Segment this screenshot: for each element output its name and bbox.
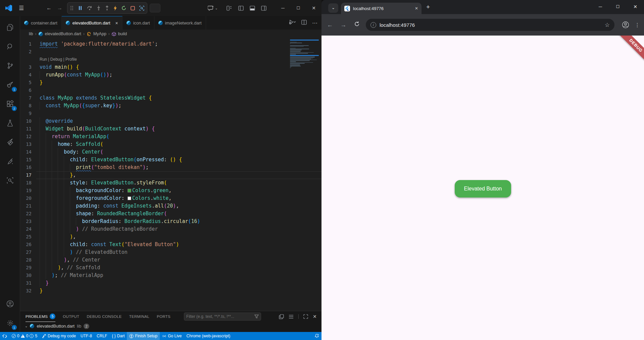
site-info-icon[interactable]: i — [370, 22, 376, 28]
line-number[interactable]: 29 — [20, 264, 36, 272]
code-editor[interactable]: 1import 'package:flutter/material.dart';… — [20, 38, 321, 332]
stop-icon[interactable] — [131, 6, 135, 10]
browser-minimize-button[interactable]: ─ — [592, 0, 609, 13]
language-item[interactable]: { }Dart — [109, 332, 127, 340]
vscode-minimize-button[interactable]: ─ — [275, 0, 291, 16]
runtime-item[interactable]: Chrome (web-javascript) — [184, 332, 233, 340]
tab-close-icon[interactable]: ✕ — [415, 6, 418, 11]
testing-icon[interactable] — [0, 115, 20, 131]
line-number[interactable]: 20 — [20, 194, 36, 202]
tab-close-icon[interactable]: × — [115, 20, 118, 26]
explorer-icon[interactable] — [0, 20, 20, 35]
extensions-icon[interactable]: 2 — [0, 96, 20, 112]
code-line[interactable]: 18 style: ElevatedButton.styleFrom( — [20, 179, 321, 187]
line-number[interactable]: 12 — [20, 133, 36, 140]
line-number[interactable]: 23 — [20, 218, 36, 225]
menu-hamburger-icon[interactable]: ☰ — [19, 5, 24, 12]
codelens-run-debug-profile[interactable]: Run | Debug | Profile — [20, 56, 321, 63]
code-line[interactable]: 21 padding: const EdgeInsets.all(20), — [20, 202, 321, 210]
step-into-icon[interactable] — [97, 6, 101, 10]
tab-elevatedbutton-dart[interactable]: elevatedButton.dart × — [62, 16, 122, 30]
line-number[interactable]: 27 — [20, 248, 36, 256]
restart-icon[interactable] — [121, 6, 126, 10]
code-line[interactable]: 29 ), // Scaffold — [20, 264, 321, 272]
code-line[interactable]: 25 ), — [20, 233, 321, 241]
panel-tab-problems[interactable]: PROBLEMS 5 — [26, 311, 55, 322]
breadcrumb-dir[interactable]: lib — [29, 32, 33, 36]
line-number[interactable]: 13 — [20, 140, 36, 148]
code-line[interactable]: 20 foregroundColor: Colors.white, — [20, 194, 321, 202]
color-swatch[interactable] — [128, 196, 131, 200]
remote-indicator[interactable] — [0, 332, 9, 340]
code-line[interactable]: 31 } — [20, 279, 321, 287]
code-line[interactable]: 19 backgroundColor: Colors.green, — [20, 187, 321, 194]
screencast-mode-icon[interactable] — [0, 173, 20, 188]
encoding-item[interactable]: UTF-8 — [78, 332, 94, 340]
pen-tool-icon[interactable] — [0, 154, 20, 169]
settings-gear-icon[interactable]: 1 — [0, 315, 20, 331]
toggle-sidebar-icon[interactable] — [238, 6, 244, 11]
code-line[interactable]: 26 child: const Text("Elevated Button") — [20, 241, 321, 248]
browser-forward-icon[interactable]: → — [339, 21, 348, 29]
code-line[interactable]: 6 — [20, 87, 321, 94]
vscode-close-button[interactable]: ✕ — [306, 0, 321, 16]
line-number[interactable]: 31 — [20, 279, 36, 287]
problems-summary[interactable]: 0 0 i5 — [9, 332, 40, 340]
split-editor-icon[interactable] — [301, 20, 307, 26]
code-line[interactable]: 23 borderRadius: BorderRadius.circular(1… — [20, 218, 321, 225]
code-line[interactable]: 12 return MaterialApp( — [20, 133, 321, 140]
pause-icon[interactable] — [78, 6, 83, 10]
step-out-icon[interactable] — [105, 6, 109, 10]
line-number[interactable]: 15 — [20, 156, 36, 164]
color-swatch[interactable] — [128, 189, 131, 192]
line-number[interactable]: 2 — [20, 48, 36, 56]
profile-icon[interactable] — [622, 21, 629, 29]
tab-icon-dart[interactable]: icon.dart — [122, 16, 154, 30]
elevated-button[interactable]: Elevated Button — [455, 180, 511, 197]
source-control-icon[interactable] — [0, 58, 20, 73]
hot-reload-icon[interactable] — [113, 6, 117, 11]
nav-back-icon[interactable]: ← — [46, 5, 52, 11]
eol-item[interactable]: CRLF — [94, 332, 109, 340]
code-line[interactable]: 10 @override — [20, 117, 321, 125]
browser-menu-dots-icon[interactable]: ⋮ — [635, 22, 640, 28]
line-number[interactable]: 11 — [20, 125, 36, 133]
line-number[interactable]: 16 — [20, 164, 36, 171]
drag-handle-icon[interactable] — [70, 6, 73, 10]
nav-forward-icon[interactable]: → — [57, 5, 62, 11]
debug-my-code-item[interactable]: Debug my code — [40, 332, 78, 340]
line-number[interactable]: 22 — [20, 210, 36, 218]
problems-filter-input[interactable] — [186, 314, 252, 319]
panel-tab-output[interactable]: OUTPUT — [63, 311, 79, 322]
code-line[interactable]: 9 — [20, 110, 321, 117]
line-number[interactable]: 9 — [20, 110, 36, 117]
code-line[interactable]: 3void main() { — [20, 63, 321, 71]
line-number[interactable]: 32 — [20, 287, 36, 295]
line-number[interactable]: 8 — [20, 102, 36, 110]
line-number[interactable]: 5 — [20, 79, 36, 87]
code-line[interactable]: 15 child: ElevatedButton(onPressed: () { — [20, 156, 321, 164]
flutter-icon[interactable] — [0, 134, 20, 150]
code-line[interactable]: 4 runApp(const MyApp()); — [20, 71, 321, 79]
browser-reload-icon[interactable] — [352, 21, 361, 29]
line-number[interactable]: 7 — [20, 94, 36, 102]
code-line[interactable]: 30 ); // MaterialApp — [20, 272, 321, 279]
url-text[interactable]: localhost:49776 — [380, 22, 415, 28]
browser-close-button[interactable]: ✕ — [627, 0, 644, 13]
step-over-icon[interactable] — [87, 6, 92, 10]
code-line[interactable]: 16 print("tombol ditekan"); — [20, 164, 321, 171]
minimap[interactable] — [290, 40, 319, 68]
new-tab-button[interactable]: + — [426, 3, 430, 11]
problems-filter[interactable] — [184, 313, 261, 321]
breadcrumb-file[interactable]: elevatedButton.dart — [45, 32, 81, 36]
code-line[interactable]: 5} — [20, 79, 321, 87]
more-actions-icon[interactable]: ⋯ — [312, 20, 318, 26]
code-line[interactable]: 27 ) // ElevatedButton — [20, 248, 321, 256]
code-line[interactable]: 22 shape: RoundedRectangleBorder( — [20, 210, 321, 218]
browser-tab[interactable]: localhost:49776 ✕ — [341, 3, 422, 14]
browser-maximize-button[interactable]: ☐ — [609, 0, 627, 13]
code-line[interactable]: 24 ) // RoundedRectangleBorder — [20, 225, 321, 233]
tab-container-dart[interactable]: container.dart — [20, 16, 62, 30]
line-number[interactable]: 21 — [20, 202, 36, 210]
code-line[interactable]: 11 Widget build(BuildContext context) { — [20, 125, 321, 133]
